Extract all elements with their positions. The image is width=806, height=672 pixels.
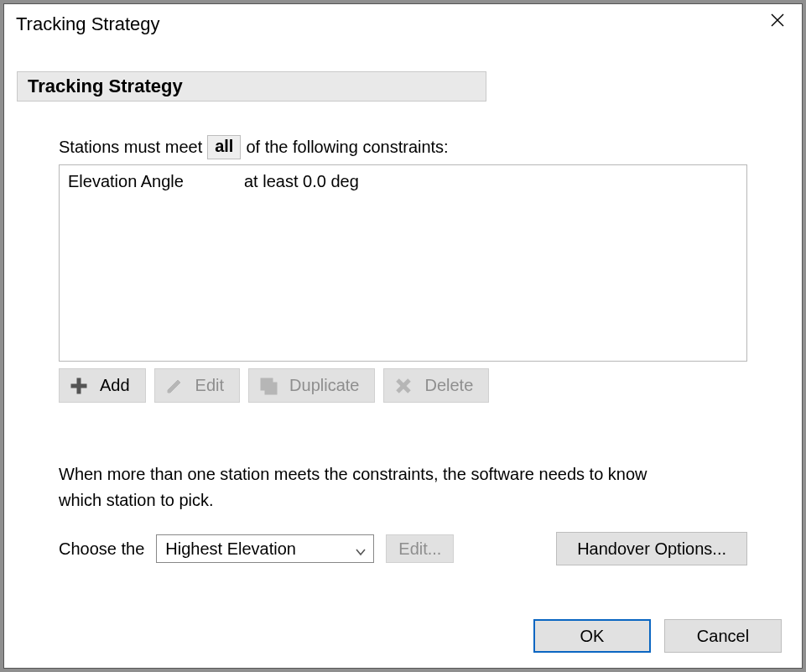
constraint-toolbar: Add Edit Duplicate <box>59 368 747 403</box>
constraints-list[interactable]: Elevation Angle at least 0.0 deg <box>59 164 747 362</box>
dialog-buttons: OK Cancel <box>533 619 782 653</box>
edit-button-label: Edit <box>195 376 224 395</box>
constraint-sentence: Stations must meet all of the following … <box>59 135 747 159</box>
selection-edit-button[interactable]: Edit... <box>386 534 454 563</box>
constraint-name: Elevation Angle <box>68 172 244 191</box>
plus-icon <box>70 377 88 395</box>
handover-options-button[interactable]: Handover Options... <box>556 532 747 565</box>
chevron-down-icon <box>355 543 367 555</box>
duplicate-button-label: Duplicate <box>289 376 359 395</box>
title-bar: Tracking Strategy <box>4 4 802 44</box>
client-area: Tracking Strategy Stations must meet all… <box>4 46 802 668</box>
inner-panel: Stations must meet all of the following … <box>17 102 789 565</box>
delete-button[interactable]: Delete <box>383 368 489 403</box>
ok-button-label: OK <box>580 627 605 646</box>
section-header: Tracking Strategy <box>17 71 486 102</box>
add-button[interactable]: Add <box>59 368 146 403</box>
selection-method-value: Highest Elevation <box>165 539 296 559</box>
constraint-mode-toggle[interactable]: all <box>207 135 241 159</box>
constraint-condition: at least 0.0 deg <box>244 172 359 191</box>
selection-method-combo[interactable]: Highest Elevation <box>156 534 374 563</box>
close-button[interactable] <box>753 4 802 39</box>
constraint-sentence-suffix: of the following constraints: <box>246 138 448 157</box>
choose-row: Choose the Highest Elevation Edit... Han… <box>59 532 747 565</box>
cancel-button[interactable]: Cancel <box>664 619 782 653</box>
dialog-window: Tracking Strategy Tracking Strategy Stat… <box>3 3 803 669</box>
cancel-button-label: Cancel <box>697 627 749 646</box>
close-icon <box>770 13 785 32</box>
list-item[interactable]: Elevation Angle at least 0.0 deg <box>68 170 738 193</box>
constraint-sentence-prefix: Stations must meet <box>59 138 202 157</box>
duplicate-icon <box>259 377 278 395</box>
svg-marker-4 <box>168 380 180 393</box>
add-button-label: Add <box>100 376 130 395</box>
ok-button[interactable]: OK <box>533 619 651 653</box>
svg-rect-6 <box>266 383 276 393</box>
window-title: Tracking Strategy <box>16 13 160 35</box>
explanation-text: When more than one station meets the con… <box>59 461 663 513</box>
choose-label: Choose the <box>59 539 144 559</box>
handover-options-label: Handover Options... <box>577 539 726 559</box>
pencil-icon <box>165 377 184 395</box>
edit-button[interactable]: Edit <box>154 368 240 403</box>
duplicate-button[interactable]: Duplicate <box>248 368 375 403</box>
selection-edit-label: Edit... <box>398 539 441 559</box>
delete-icon <box>394 377 413 395</box>
svg-rect-3 <box>71 384 86 388</box>
delete-button-label: Delete <box>424 376 473 395</box>
